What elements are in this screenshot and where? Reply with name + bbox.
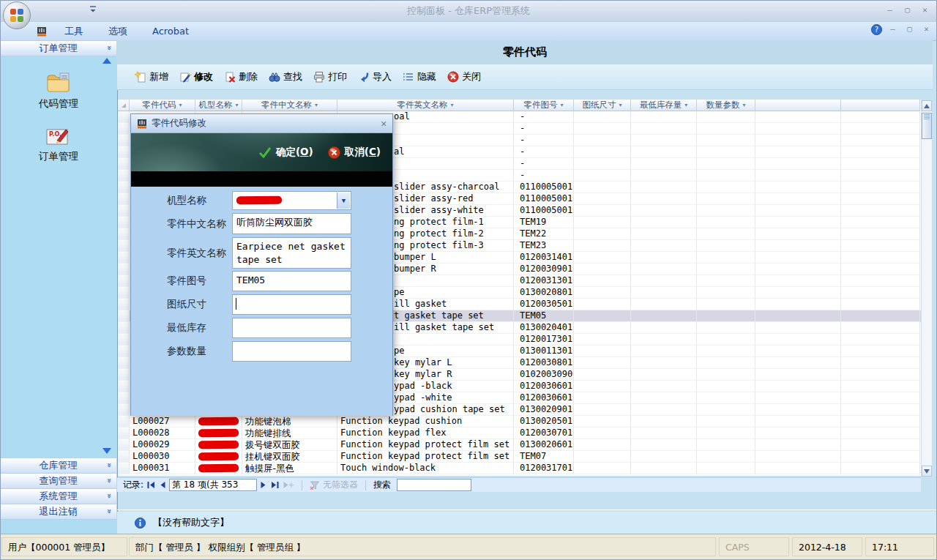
dialog-close-icon[interactable]: ✕ [381, 118, 387, 129]
cell-blank[interactable] [697, 322, 755, 334]
table-row[interactable]: L000030挂机键双面胶Function keypad protect fil… [118, 451, 921, 463]
row-selector[interactable] [118, 357, 130, 369]
cell-blank[interactable] [841, 334, 920, 346]
cell-drawing-no[interactable]: 01020030901 [514, 369, 574, 381]
cell-blank[interactable] [697, 334, 755, 346]
cell-blank[interactable] [841, 205, 920, 217]
cell-blank[interactable] [574, 205, 631, 217]
column-dropdown-icon[interactable]: ▾ [235, 102, 238, 108]
cell-blank[interactable] [697, 170, 755, 182]
cell-blank[interactable] [574, 193, 631, 205]
cell-blank[interactable] [841, 310, 920, 322]
cell-blank[interactable] [574, 392, 631, 404]
cell-blank[interactable] [631, 182, 697, 193]
en-name-field[interactable]: Earpiece net gasket tape set [232, 237, 351, 269]
cell-blank[interactable] [697, 205, 755, 217]
combo-dropdown-icon[interactable]: ▼ [337, 193, 350, 209]
cell-model-name[interactable] [195, 416, 242, 428]
column-header-6[interactable]: 图纸尺寸▾ [574, 100, 631, 111]
cell-part-code[interactable]: L000030 [130, 451, 195, 463]
cell-blank[interactable] [755, 310, 841, 322]
next-record-icon[interactable] [260, 481, 267, 489]
row-selector[interactable] [118, 416, 130, 428]
cell-blank[interactable] [841, 135, 920, 146]
cell-blank[interactable] [697, 182, 755, 193]
cancel-button[interactable]: 取消(C) [328, 146, 381, 159]
cell-blank[interactable] [697, 135, 755, 146]
cell-blank[interactable] [841, 193, 920, 205]
column-dropdown-icon[interactable]: ▾ [619, 102, 621, 108]
cell-blank[interactable] [631, 463, 697, 474]
cell-en-name[interactable]: Function keypad protect film set [337, 451, 514, 463]
cell-blank[interactable] [631, 310, 697, 322]
cell-blank[interactable] [574, 158, 631, 170]
cell-blank[interactable] [631, 170, 697, 182]
cell-en-name[interactable]: Touch window-black [337, 463, 514, 474]
menu-item-acrobat[interactable]: Acrobat [143, 24, 198, 38]
cell-blank[interactable] [574, 428, 631, 439]
cell-blank[interactable] [755, 322, 841, 334]
cell-blank[interactable] [841, 170, 920, 182]
row-selector[interactable] [118, 463, 130, 474]
cell-drawing-no[interactable]: - [514, 111, 574, 123]
cell-blank[interactable] [574, 182, 631, 193]
cell-blank[interactable] [574, 334, 631, 346]
cell-blank[interactable] [755, 334, 841, 346]
row-selector[interactable] [118, 158, 130, 170]
cell-blank[interactable] [755, 111, 841, 123]
cell-drawing-no[interactable]: 0120031701 [514, 463, 574, 474]
cell-part-code[interactable]: L000029 [130, 439, 195, 451]
sidebar-section-logout[interactable]: 退出注销» [0, 504, 116, 520]
row-selector[interactable] [118, 111, 130, 123]
cell-blank[interactable] [631, 416, 697, 428]
cell-blank[interactable] [574, 264, 631, 275]
column-header-8[interactable]: 数量参数▾ [697, 100, 755, 111]
cell-blank[interactable] [841, 369, 920, 381]
cell-cn-name[interactable]: 功能键排线 [242, 428, 337, 439]
cell-drawing-no[interactable]: - [514, 158, 574, 170]
cell-drawing-no[interactable]: 0130020501 [514, 416, 574, 428]
cell-blank[interactable] [574, 451, 631, 463]
cell-drawing-no[interactable]: 0130011301 [514, 346, 574, 357]
cell-blank[interactable] [631, 264, 697, 275]
cell-blank[interactable] [841, 463, 920, 474]
cell-blank[interactable] [697, 217, 755, 228]
cell-blank[interactable] [631, 322, 697, 334]
row-selector[interactable] [118, 381, 130, 392]
delete-button[interactable]: 删除 [224, 70, 258, 83]
cell-blank[interactable] [697, 123, 755, 135]
cell-drawing-no[interactable]: 0120030501 [514, 299, 574, 310]
cell-en-name[interactable]: Function keypad protect film set [337, 439, 514, 451]
cell-blank[interactable] [755, 439, 841, 451]
cell-blank[interactable] [574, 240, 631, 252]
row-selector[interactable] [118, 346, 130, 357]
ribbon-close-button[interactable]: ✕ [920, 25, 933, 34]
cell-blank[interactable] [755, 135, 841, 146]
column-dropdown-icon[interactable]: ▾ [684, 102, 687, 108]
cell-blank[interactable] [574, 146, 631, 158]
cell-blank[interactable] [755, 299, 841, 310]
cell-blank[interactable] [697, 299, 755, 310]
cell-blank[interactable] [697, 193, 755, 205]
cell-model-name[interactable] [195, 428, 242, 439]
scrollbar-thumb[interactable] [922, 113, 932, 139]
cell-blank[interactable] [574, 416, 631, 428]
cell-blank[interactable] [631, 428, 697, 439]
cell-blank[interactable] [574, 439, 631, 451]
cell-blank[interactable] [841, 428, 920, 439]
param-qty-field[interactable] [232, 341, 351, 362]
window-restore-button[interactable]: ▢ [901, 6, 914, 15]
cell-blank[interactable] [631, 451, 697, 463]
hide-button[interactable]: 隐藏 [403, 70, 436, 83]
cell-blank[interactable] [697, 357, 755, 369]
cell-blank[interactable] [631, 369, 697, 381]
cell-blank[interactable] [631, 334, 697, 346]
sidebar-item-code-management[interactable]: 代码管理 [0, 71, 117, 111]
sidebar-scroll-down-arrow[interactable] [102, 448, 111, 454]
paper-size-field[interactable] [232, 294, 351, 315]
row-selector[interactable] [118, 135, 130, 146]
cell-blank[interactable] [697, 264, 755, 275]
cell-blank[interactable] [755, 252, 841, 264]
vertical-scrollbar[interactable] [921, 100, 932, 477]
cell-en-name[interactable]: Function keypad flex [337, 428, 514, 439]
